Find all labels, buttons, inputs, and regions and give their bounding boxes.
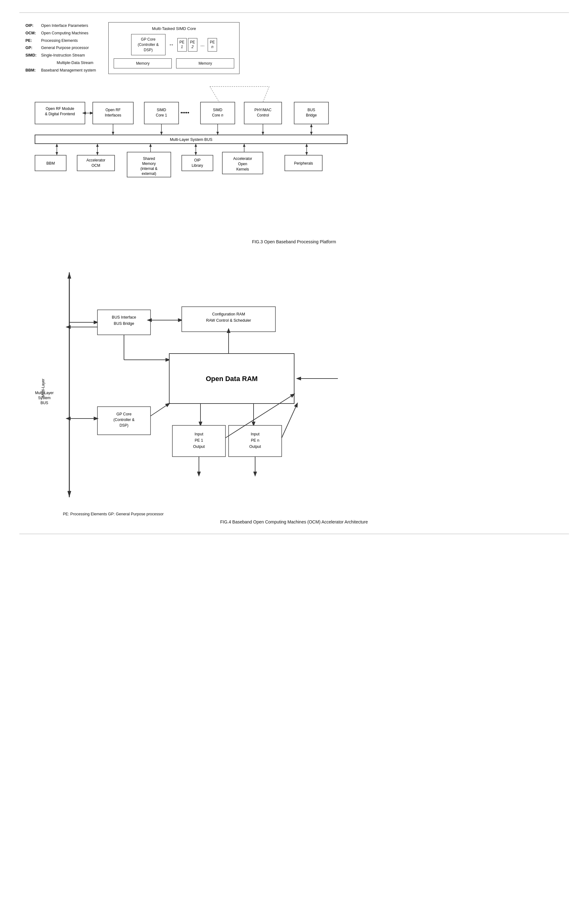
- svg-text:Control: Control: [257, 113, 269, 118]
- pe-box-dots: ...: [199, 40, 207, 50]
- pe-box-2: PE2: [188, 38, 198, 52]
- fig4-section: Multi-Layer Multi-Layer System BUS BUS I…: [26, 263, 563, 524]
- fig4-note: PE: Processing Elements GP: General Purp…: [63, 512, 563, 516]
- legend-val-simd: Single-Instruction Stream: [41, 52, 85, 59]
- svg-marker-40: [96, 152, 99, 155]
- svg-text:OCM: OCM: [92, 163, 100, 168]
- svg-text:BBM: BBM: [46, 161, 55, 165]
- legend-val-gp: General Purpose processor: [41, 44, 89, 52]
- svg-line-0: [210, 87, 219, 102]
- svg-text:Bridge: Bridge: [306, 113, 317, 118]
- svg-text:Peripherals: Peripherals: [294, 161, 313, 165]
- pe-box-n: PEn: [208, 38, 217, 52]
- svg-marker-47: [194, 144, 197, 147]
- svg-text:DSP): DSP): [119, 423, 128, 427]
- fig4-diagram: Multi-Layer Multi-Layer System BUS BUS I…: [26, 263, 563, 508]
- legend: OIP: Open Interface Parameters OCM: Open…: [26, 22, 96, 74]
- fig3-diagram: Open RF Module & Digital Frontend Open R…: [26, 83, 563, 234]
- svg-text:System: System: [38, 396, 50, 400]
- svg-marker-53: [305, 144, 308, 147]
- svg-text:SIMD: SIMD: [213, 108, 222, 112]
- svg-text:Output: Output: [193, 444, 205, 449]
- simd-core-box: Multi-Tasked SIMD Core GP Core(Controlle…: [108, 22, 239, 74]
- svg-text:Library: Library: [191, 163, 203, 168]
- svg-marker-75: [67, 491, 71, 497]
- svg-marker-50: [243, 144, 245, 147]
- svg-text:Core n: Core n: [212, 113, 223, 118]
- svg-text:Accelerator: Accelerator: [86, 158, 105, 162]
- svg-rect-64: [182, 155, 213, 171]
- legend-pe: PE: Processing Elements: [26, 37, 96, 45]
- svg-text:Open RF Module: Open RF Module: [46, 107, 74, 111]
- memory-box-2: Memory: [176, 58, 234, 68]
- fig3-top: OIP: Open Interface Parameters OCM: Open…: [26, 22, 563, 74]
- legend-key-simd: SIMD:: [26, 52, 39, 59]
- svg-text:Multi-Layer System BUS: Multi-Layer System BUS: [170, 138, 212, 142]
- svg-text:Input: Input: [194, 432, 203, 436]
- legend-key-gp: GP:: [26, 44, 39, 52]
- svg-text:SIMD: SIMD: [157, 108, 166, 112]
- legend-bbm: BBM: Baseband Management system: [26, 67, 96, 74]
- pe-box-1: PE1: [178, 38, 187, 52]
- svg-text:PHY/MAC: PHY/MAC: [254, 108, 271, 112]
- simd-inner: GP Core(Controller &DSP) ↔ PE1 PE2 ... P…: [114, 34, 234, 55]
- legend-simd2: Multiple-Data Stream: [26, 59, 96, 67]
- svg-text:Input: Input: [251, 432, 259, 436]
- legend-val-ocm: Open Computing Machines: [41, 30, 88, 37]
- svg-text:Open RF: Open RF: [105, 108, 121, 112]
- svg-rect-56: [77, 155, 115, 171]
- svg-line-111: [282, 404, 297, 438]
- svg-line-99: [150, 404, 169, 416]
- svg-marker-27: [216, 132, 219, 135]
- legend-gp: GP: General Purpose processor: [26, 44, 96, 52]
- legend-key-pe: PE:: [26, 37, 39, 45]
- legend-simd: SIMD: Single-Instruction Stream: [26, 52, 96, 59]
- svg-text:Configuration RAM: Configuration RAM: [212, 312, 245, 316]
- svg-text:PE 1: PE 1: [194, 438, 203, 442]
- legend-ocm: OCM: Open Computing Machines: [26, 30, 96, 37]
- legend-key-simd2: [26, 59, 39, 67]
- svg-text:BUS Bridge: BUS Bridge: [114, 321, 134, 326]
- svg-text:& Digital Frontend: & Digital Frontend: [44, 112, 75, 116]
- svg-text:Open: Open: [238, 162, 247, 166]
- svg-line-1: [263, 87, 269, 102]
- svg-marker-29: [262, 132, 264, 135]
- simd-core-title: Multi-Tasked SIMD Core: [114, 26, 234, 31]
- legend-val-bbm: Baseband Management system: [41, 67, 96, 74]
- svg-text:Kernels: Kernels: [236, 167, 249, 171]
- memory-box-1: Memory: [114, 58, 172, 68]
- svg-text:OIP: OIP: [194, 158, 201, 162]
- legend-key-ocm: OCM:: [26, 30, 39, 37]
- svg-text:Multi-Layer: Multi-Layer: [35, 391, 54, 395]
- svg-text:Memory: Memory: [142, 161, 156, 166]
- svg-text:•••••: •••••: [180, 110, 189, 115]
- svg-text:(Controller &: (Controller &: [113, 418, 134, 422]
- svg-text:(internal &: (internal &: [140, 167, 158, 171]
- legend-val-simd2: Multiple-Data Stream: [41, 59, 93, 67]
- svg-marker-74: [67, 272, 71, 279]
- fig4-caption: FIG.4 Baseband Open Computing Machines (…: [26, 519, 563, 524]
- svg-marker-25: [160, 132, 163, 135]
- legend-val-oip: Open Interface Parameters: [41, 22, 88, 30]
- svg-text:Shared: Shared: [143, 156, 155, 161]
- svg-marker-33: [112, 132, 114, 135]
- svg-marker-38: [55, 144, 58, 147]
- svg-marker-32: [310, 124, 312, 127]
- svg-marker-46: [194, 152, 197, 155]
- legend-oip: OIP: Open Interface Parameters: [26, 22, 96, 30]
- pe-group: PE1 PE2 ... PEn: [178, 38, 217, 52]
- svg-text:Output: Output: [249, 444, 261, 449]
- arrow-bi-icon: ↔: [168, 41, 174, 48]
- svg-marker-41: [96, 144, 99, 147]
- svg-text:BUS: BUS: [307, 108, 315, 112]
- svg-marker-37: [55, 152, 58, 155]
- svg-text:BUS: BUS: [40, 401, 48, 405]
- fig3-caption: FIG.3 Open Baseband Processing Platform: [26, 239, 563, 244]
- svg-text:external): external): [141, 171, 156, 176]
- legend-key-bbm: BBM:: [26, 67, 39, 74]
- legend-key-oip: OIP:: [26, 22, 39, 30]
- page-container: OIP: Open Interface Parameters OCM: Open…: [19, 12, 569, 534]
- svg-marker-44: [149, 144, 152, 147]
- svg-text:GP Core: GP Core: [116, 412, 131, 416]
- svg-text:Core 1: Core 1: [156, 113, 167, 118]
